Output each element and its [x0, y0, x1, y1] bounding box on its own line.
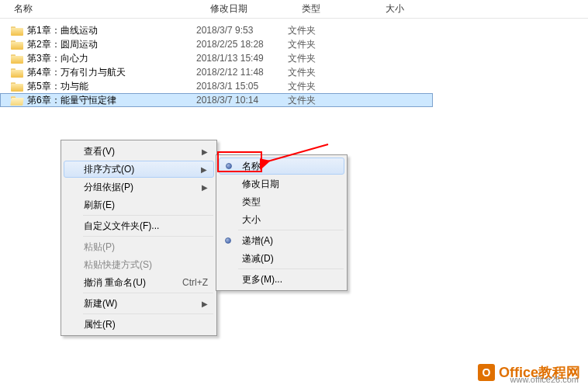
column-header-row: 名称 修改日期 类型 大小: [0, 0, 588, 19]
file-type: 文件夹: [288, 38, 372, 51]
file-name: 第2章：圆周运动: [27, 38, 98, 51]
menu-separator: [83, 215, 213, 216]
file-name: 第4章：万有引力与航天: [27, 66, 126, 79]
file-name: 第5章：功与能: [27, 80, 88, 93]
file-type: 文件夹: [288, 94, 372, 107]
file-type: 文件夹: [288, 80, 372, 93]
list-item-selected[interactable]: 第6章：能量守恒定律 2018/3/7 10:14 文件夹: [0, 93, 433, 107]
file-name: 第3章：向心力: [27, 52, 88, 65]
file-date: 2018/3/7 10:14: [196, 95, 288, 106]
submenu-more[interactable]: 更多(M)...: [219, 271, 344, 288]
watermark-url: www.office26.com: [510, 375, 579, 384]
list-item[interactable]: 第4章：万有引力与航天 2018/2/12 11:48 文件夹: [0, 65, 588, 79]
file-date: 2018/3/1 15:05: [196, 81, 288, 92]
file-date: 2018/3/7 9:53: [196, 25, 288, 36]
menu-separator: [238, 268, 344, 269]
folder-icon: [11, 81, 23, 92]
list-item[interactable]: 第1章：曲线运动 2018/3/7 9:53 文件夹: [0, 23, 588, 37]
sort-submenu: 名称 修改日期 类型 大小 递增(A) 递减(D) 更多(M)...: [216, 154, 348, 291]
menu-separator: [238, 230, 344, 230]
menu-undo-rename[interactable]: 撤消 重命名(U)Ctrl+Z: [64, 274, 214, 291]
folder-icon: [11, 54, 23, 64]
file-date: 2018/2/12 11:48: [196, 67, 288, 78]
menu-separator: [83, 293, 213, 293]
column-header-type[interactable]: 类型: [288, 2, 372, 16]
menu-view[interactable]: 查看(V)▶: [64, 143, 214, 160]
file-type: 文件夹: [288, 66, 372, 79]
column-header-name[interactable]: 名称: [0, 2, 196, 16]
menu-separator: [83, 314, 213, 314]
folder-icon: [11, 40, 23, 50]
menu-separator: [83, 236, 213, 237]
menu-paste: 粘贴(P): [64, 238, 214, 255]
office-logo-icon: O: [478, 364, 495, 381]
chevron-right-icon: ▶: [202, 300, 208, 308]
list-item[interactable]: 第3章：向心力 2018/1/13 15:49 文件夹: [0, 51, 588, 65]
chevron-right-icon: ▶: [201, 165, 207, 174]
shortcut-label: Ctrl+Z: [182, 277, 208, 288]
menu-group[interactable]: 分组依据(P)▶: [64, 178, 214, 196]
menu-sort[interactable]: 排序方式(O)▶: [64, 161, 214, 178]
menu-properties[interactable]: 属性(R): [64, 316, 214, 333]
list-item[interactable]: 第5章：功与能 2018/3/1 15:05 文件夹: [0, 79, 588, 93]
file-list: 第1章：曲线运动 2018/3/7 9:53 文件夹 第2章：圆周运动 2018…: [0, 19, 588, 107]
watermark: O Office教程网 www.office26.com: [478, 363, 580, 382]
file-type: 文件夹: [288, 24, 372, 37]
submenu-sort-size[interactable]: 大小: [219, 211, 344, 228]
submenu-sort-date[interactable]: 修改日期: [219, 175, 344, 192]
menu-paste-shortcut: 粘贴快捷方式(S): [64, 256, 214, 273]
menu-refresh[interactable]: 刷新(E): [64, 196, 214, 213]
chevron-right-icon: ▶: [202, 147, 208, 156]
file-date: 2018/2/25 18:28: [196, 39, 288, 50]
menu-customize-folder[interactable]: 自定义文件夹(F)...: [64, 217, 214, 234]
radio-selected-icon: [226, 163, 232, 169]
column-header-size[interactable]: 大小: [372, 2, 588, 16]
radio-selected-icon: [225, 237, 231, 244]
file-name: 第6章：能量守恒定律: [27, 94, 116, 107]
folder-icon: [11, 95, 23, 106]
chevron-right-icon: ▶: [202, 183, 208, 192]
submenu-sort-name[interactable]: 名称: [219, 158, 344, 175]
submenu-ascending[interactable]: 递增(A): [219, 232, 344, 249]
menu-new[interactable]: 新建(W)▶: [64, 295, 214, 312]
file-type: 文件夹: [288, 52, 372, 65]
folder-icon: [11, 68, 23, 78]
file-name: 第1章：曲线运动: [27, 24, 98, 37]
list-item[interactable]: 第2章：圆周运动 2018/2/25 18:28 文件夹: [0, 37, 588, 51]
submenu-descending[interactable]: 递减(D): [219, 250, 344, 267]
folder-icon: [11, 26, 23, 36]
context-menu: 查看(V)▶ 排序方式(O)▶ 分组依据(P)▶ 刷新(E) 自定义文件夹(F)…: [61, 140, 217, 336]
column-header-date[interactable]: 修改日期: [196, 2, 288, 16]
submenu-sort-type[interactable]: 类型: [219, 193, 344, 210]
file-date: 2018/1/13 15:49: [196, 53, 288, 64]
